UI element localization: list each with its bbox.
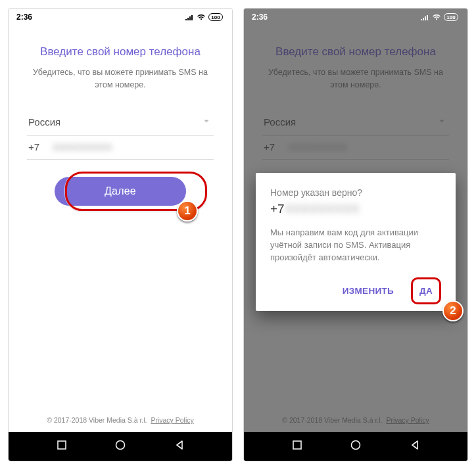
dialog-prefix: +7 [270,202,285,216]
confirm-dialog: Номер указан верно? +7XXXXXXXXX Мы напра… [256,173,456,311]
back-icon[interactable] [410,440,420,453]
chevron-down-icon [201,115,212,129]
wifi-icon [197,14,206,20]
phone-number-masked: XXXXXXXXX [53,141,212,153]
status-bar: 2:36 100 [9,9,232,26]
back-icon[interactable] [174,440,185,453]
footer: © 2017-2018 Viber Media S.à r.l. Privacy… [9,408,232,432]
privacy-link[interactable]: Privacy Policy [151,416,193,424]
dialog-phone: +7XXXXXXXXX [270,202,441,216]
svg-point-7 [352,441,360,450]
screen-content: Введите свой номер телефона Убедитесь, ч… [9,26,232,408]
dialog-question: Номер указан верно? [270,187,441,198]
battery-icon: 100 [208,13,224,21]
svg-rect-2 [58,441,66,449]
change-button[interactable]: ИЗМЕНИТЬ [340,281,396,301]
svg-text:100: 100 [446,14,456,20]
svg-text:100: 100 [211,14,220,20]
annotation-callout-1: 1 [177,200,198,222]
status-time: 2:36 [16,12,32,22]
phone-screen-2: 2:36 100 Введите свой номер телефона Убе… [243,8,468,461]
signal-icon [185,14,194,20]
svg-rect-6 [293,441,301,449]
country-prefix: +7 [28,141,39,153]
recent-apps-icon[interactable] [292,440,302,453]
country-label: Россия [28,116,60,128]
status-time: 2:36 [252,12,268,22]
page-title: Введите свой номер телефона [27,45,214,59]
home-icon[interactable] [114,439,126,454]
wifi-icon [432,14,441,20]
android-navbar [9,432,232,461]
yes-button[interactable]: ДА [417,281,435,301]
dialog-phone-masked: XXXXXXXXX [285,202,360,216]
home-icon[interactable] [350,439,362,454]
page-subtitle: Убедитесь, что вы можете принимать SMS н… [27,66,214,91]
svg-point-3 [116,441,125,450]
next-button[interactable]: Далее [55,177,186,206]
status-bar: 2:36 100 [244,9,467,26]
signal-icon [420,14,429,20]
copyright-text: © 2017-2018 Viber Media S.à r.l. [47,416,147,424]
dialog-info: Мы направим вам код для активации учётно… [270,227,441,264]
battery-icon: 100 [444,13,460,21]
android-navbar [244,432,467,461]
phone-input-row[interactable]: +7 XXXXXXXXX [27,136,214,160]
phone-screen-1: 2:36 100 Введите свой номер телефона Убе… [8,8,233,461]
dialog-actions: ИЗМЕНИТЬ ДА [270,277,441,304]
status-indicators: 100 [420,13,460,21]
annotation-highlight: ДА [411,277,441,304]
status-indicators: 100 [185,13,224,21]
country-selector[interactable]: Россия [27,110,214,136]
recent-apps-icon[interactable] [57,440,67,453]
